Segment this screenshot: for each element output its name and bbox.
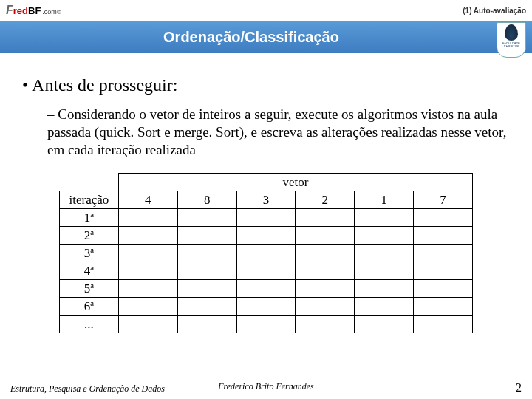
empty-cell bbox=[177, 316, 236, 333]
iter-label: 1ª bbox=[60, 209, 119, 227]
empty-cell bbox=[355, 245, 414, 262]
empty-cell bbox=[296, 209, 355, 227]
logo-red: red bbox=[13, 5, 28, 16]
value-cell: 2 bbox=[296, 191, 355, 209]
bullet-level1: • Antes de prosseguir: bbox=[22, 75, 510, 95]
logo: FredBF.com © bbox=[6, 4, 61, 17]
empty-cell bbox=[355, 209, 414, 227]
empty-cell bbox=[177, 227, 236, 245]
empty-cell bbox=[118, 245, 177, 262]
empty-cell bbox=[118, 227, 177, 245]
iter-label: 5ª bbox=[60, 280, 119, 298]
crest-logo: FACULDADE CHRISTUS bbox=[497, 22, 526, 58]
logo-com: .com bbox=[42, 8, 57, 16]
empty-cell bbox=[118, 280, 177, 298]
empty-cell bbox=[296, 262, 355, 280]
vetor-header: vetor bbox=[118, 174, 472, 191]
table-row: vetor bbox=[60, 174, 473, 191]
empty-cell bbox=[414, 262, 473, 280]
empty-cell bbox=[118, 209, 177, 227]
empty-cell bbox=[118, 316, 177, 333]
blank-cell bbox=[60, 174, 119, 191]
empty-cell bbox=[414, 298, 473, 316]
iter-header: iteração bbox=[60, 191, 119, 209]
logo-letter-f: F bbox=[6, 4, 13, 17]
iter-label: ... bbox=[60, 316, 119, 333]
empty-cell bbox=[414, 227, 473, 245]
empty-cell bbox=[236, 245, 296, 262]
table-row: 4ª bbox=[60, 262, 473, 280]
table-row: 3ª bbox=[60, 245, 473, 262]
table-row: 6ª bbox=[60, 298, 473, 316]
empty-cell bbox=[177, 280, 236, 298]
empty-cell bbox=[355, 227, 414, 245]
empty-cell bbox=[177, 245, 236, 262]
empty-cell bbox=[296, 298, 355, 316]
content: • Antes de prosseguir: – Considerando o … bbox=[0, 53, 532, 333]
empty-cell bbox=[355, 262, 414, 280]
value-cell: 3 bbox=[236, 191, 296, 209]
footer: Estrutura, Pesquisa e Ordenação de Dados… bbox=[0, 381, 532, 395]
empty-cell bbox=[355, 316, 414, 333]
empty-cell bbox=[177, 298, 236, 316]
empty-cell bbox=[296, 245, 355, 262]
empty-cell bbox=[177, 262, 236, 280]
empty-cell bbox=[236, 227, 296, 245]
section-label: (1) Auto-avaliação bbox=[463, 7, 526, 15]
value-cell: 1 bbox=[355, 191, 414, 209]
bullet-level2: – Considerando o vetor de inteiros a seg… bbox=[47, 106, 510, 158]
table-wrap: vetor iteração 4 8 3 2 1 7 1ª 2ª 3ª 4ª 5… bbox=[59, 173, 473, 333]
iter-label: 6ª bbox=[60, 298, 119, 316]
empty-cell bbox=[355, 298, 414, 316]
empty-cell bbox=[118, 298, 177, 316]
table-row: 1ª bbox=[60, 209, 473, 227]
empty-cell bbox=[355, 280, 414, 298]
empty-cell bbox=[296, 316, 355, 333]
empty-cell bbox=[236, 280, 296, 298]
flame-icon bbox=[505, 24, 518, 41]
value-cell: 7 bbox=[414, 191, 473, 209]
empty-cell bbox=[236, 316, 296, 333]
empty-cell bbox=[414, 280, 473, 298]
table-row: 2ª bbox=[60, 227, 473, 245]
footer-center: Frederico Brito Fernandes bbox=[218, 381, 314, 392]
iter-label: 2ª bbox=[60, 227, 119, 245]
iteration-table: vetor iteração 4 8 3 2 1 7 1ª 2ª 3ª 4ª 5… bbox=[59, 173, 473, 333]
empty-cell bbox=[296, 280, 355, 298]
empty-cell bbox=[236, 262, 296, 280]
empty-cell bbox=[177, 209, 236, 227]
logo-reg: © bbox=[57, 9, 61, 16]
empty-cell bbox=[236, 298, 296, 316]
page-title: Ordenação/Classificação bbox=[163, 29, 339, 46]
table-row: 5ª bbox=[60, 280, 473, 298]
topbar: FredBF.com © (1) Auto-avaliação bbox=[0, 0, 532, 21]
empty-cell bbox=[296, 227, 355, 245]
footer-left: Estrutura, Pesquisa e Ordenação de Dados bbox=[10, 383, 165, 395]
iter-label: 3ª bbox=[60, 245, 119, 262]
logo-bf: BF bbox=[28, 5, 41, 16]
iter-label: 4ª bbox=[60, 262, 119, 280]
crest-label: FACULDADE CHRISTUS bbox=[497, 42, 525, 48]
empty-cell bbox=[118, 262, 177, 280]
empty-cell bbox=[414, 245, 473, 262]
empty-cell bbox=[236, 209, 296, 227]
empty-cell bbox=[414, 316, 473, 333]
empty-cell bbox=[414, 209, 473, 227]
value-cell: 8 bbox=[177, 191, 236, 209]
page-number: 2 bbox=[516, 381, 522, 395]
title-bar: Ordenação/Classificação FACULDADE CHRIST… bbox=[0, 21, 532, 53]
value-cell: 4 bbox=[118, 191, 177, 209]
table-row: iteração 4 8 3 2 1 7 bbox=[60, 191, 473, 209]
table-row: ... bbox=[60, 316, 473, 333]
